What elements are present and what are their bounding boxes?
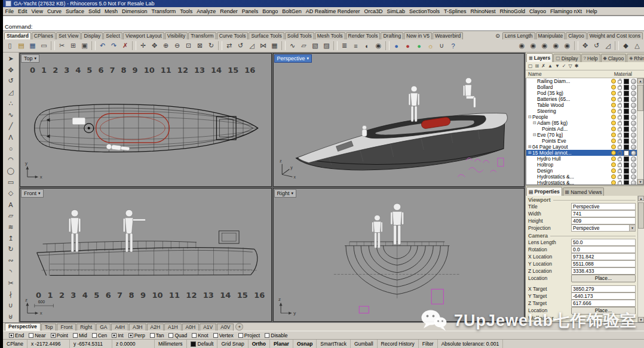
- toolbar-tab-clayoo[interactable]: Clayoo: [566, 32, 586, 39]
- checkbox-icon[interactable]: [9, 333, 14, 338]
- menu-help[interactable]: Help: [584, 8, 600, 14]
- viewport-tab-a4h[interactable]: A4H: [111, 324, 128, 331]
- zoom-window-icon[interactable]: ⊡: [183, 40, 194, 51]
- menu-transform[interactable]: Transform: [149, 8, 178, 14]
- panel-tab-layers[interactable]: ≣Layers: [526, 53, 553, 62]
- menu-boltgen[interactable]: BoltGen: [280, 8, 304, 14]
- menu-mesh[interactable]: Mesh: [102, 8, 119, 14]
- panel-tab-named-views[interactable]: ▦Named Views: [563, 187, 605, 196]
- layer-row[interactable]: Batteries (65...: [526, 96, 637, 102]
- lock-icon[interactable]: [618, 86, 622, 90]
- cut-icon[interactable]: ✂: [56, 40, 68, 51]
- material-icon[interactable]: [631, 162, 636, 168]
- menu-bongo[interactable]: Bongo: [260, 8, 280, 14]
- layer-row[interactable]: Hydrostatics &...: [526, 174, 637, 180]
- viewport-tab-perspective[interactable]: Perspective: [5, 323, 41, 331]
- surface-icon[interactable]: ▱: [4, 210, 17, 221]
- scale-icon[interactable]: ◿: [246, 40, 257, 51]
- chevron-down-icon[interactable]: ▾: [307, 56, 309, 61]
- property-value[interactable]: 5511.088: [571, 260, 636, 267]
- osnap-point[interactable]: Point: [51, 332, 68, 338]
- new-layer-icon[interactable]: ▢: [528, 63, 533, 69]
- lens-length-icon[interactable]: ◉: [516, 40, 528, 51]
- render-preview-icon[interactable]: ●: [402, 40, 413, 51]
- new-file-icon[interactable]: ▯: [4, 40, 16, 51]
- move-up-icon[interactable]: ▲: [548, 63, 553, 69]
- layer-color-swatch[interactable]: [624, 174, 629, 180]
- ellipse-icon[interactable]: ◯: [4, 165, 17, 177]
- bulb-icon[interactable]: [611, 127, 616, 131]
- bulb-icon[interactable]: [611, 97, 616, 101]
- toggle-osnap[interactable]: Osnap: [293, 340, 317, 348]
- rectangle-icon[interactable]: ▭: [4, 177, 17, 188]
- rotate-icon[interactable]: ↺: [4, 76, 17, 87]
- clayoo-icon[interactable]: ◆: [620, 40, 631, 51]
- menu-simlab[interactable]: SimLab: [385, 8, 407, 14]
- scrollbar[interactable]: ▲ ▼: [637, 196, 644, 322]
- viewport-tab-a0v[interactable]: A0V: [217, 324, 234, 331]
- checkbox-icon[interactable]: [51, 333, 56, 338]
- scrollbar-thumb[interactable]: [637, 85, 643, 111]
- toggle-ortho[interactable]: Ortho: [249, 340, 270, 348]
- property-value[interactable]: -640.173: [571, 292, 636, 300]
- curve-icon[interactable]: ∿: [287, 40, 298, 51]
- property-value[interactable]: 741: [571, 210, 636, 217]
- layer-row[interactable]: ⊞04 Page Layout: [526, 144, 637, 150]
- open-icon[interactable]: ▤: [16, 40, 27, 51]
- layer-row[interactable]: ⊟Adam (85 kg): [526, 120, 637, 126]
- viewport-tab-a2h[interactable]: A2H: [147, 324, 164, 331]
- bulb-icon[interactable]: [611, 121, 616, 125]
- toolbar-tab-weaverbird[interactable]: Weaverbird: [433, 32, 463, 39]
- extrude-icon[interactable]: ↥: [4, 233, 17, 244]
- layer-color-swatch[interactable]: [624, 115, 629, 120]
- bulb-icon[interactable]: [611, 144, 616, 149]
- curve-icon[interactable]: ∿: [4, 109, 17, 121]
- text-icon[interactable]: A: [4, 199, 17, 210]
- osnap-int[interactable]: Int: [112, 332, 123, 338]
- trim-icon[interactable]: ✂: [4, 278, 17, 289]
- polyline-icon[interactable]: Λ: [4, 132, 17, 143]
- toolbar-tab-set-view[interactable]: Set View: [56, 32, 81, 39]
- layer-row[interactable]: Bollard: [526, 84, 637, 90]
- menu-orca3d[interactable]: Orca3D: [362, 8, 385, 14]
- pointer-icon[interactable]: ➤: [4, 53, 17, 64]
- move-icon[interactable]: ✥: [4, 64, 17, 76]
- copy-icon[interactable]: ⊞: [68, 40, 79, 51]
- scrollbar-thumb[interactable]: [638, 202, 644, 229]
- dropdown-arrow-icon[interactable]: ▾: [629, 225, 635, 231]
- toolbar-tab-drafting[interactable]: Drafting: [381, 32, 403, 39]
- property-value[interactable]: 9731.842: [571, 253, 636, 260]
- lock-icon[interactable]: [618, 98, 622, 101]
- save-icon[interactable]: ▦: [27, 40, 38, 51]
- layer-color-swatch[interactable]: [624, 79, 629, 84]
- expand-icon[interactable]: ⊞: [528, 144, 532, 149]
- property-value[interactable]: 3338.433: [571, 267, 636, 275]
- material-icon[interactable]: [631, 79, 636, 84]
- layer-row[interactable]: Table Wood: [526, 102, 637, 108]
- lock-icon[interactable]: [618, 175, 622, 179]
- material-icon[interactable]: [631, 97, 636, 102]
- material-icon[interactable]: [631, 115, 636, 120]
- scrollbar[interactable]: ▲ ▼: [637, 78, 643, 184]
- layer-color-swatch[interactable]: [624, 180, 629, 186]
- layer-color-swatch[interactable]: [624, 91, 629, 96]
- toggle-smarttrack[interactable]: SmartTrack: [317, 340, 351, 348]
- chevron-down-icon[interactable]: ▾: [292, 191, 294, 196]
- viewport-title-perspective[interactable]: Perspective ▾: [274, 54, 312, 63]
- lock-icon[interactable]: [618, 164, 622, 167]
- delete-icon[interactable]: ✗: [119, 40, 131, 51]
- toolbar-tab-standard[interactable]: Standard: [4, 32, 31, 39]
- redo-icon[interactable]: ↷: [108, 40, 119, 51]
- layer-row[interactable]: Steering: [526, 108, 637, 114]
- bulb-icon[interactable]: [611, 150, 616, 155]
- material-icon[interactable]: [631, 127, 636, 132]
- bulb-icon[interactable]: [611, 174, 616, 179]
- checkbox-icon[interactable]: [128, 333, 133, 338]
- checkbox-icon[interactable]: [73, 333, 78, 338]
- layer-row[interactable]: Points Eve: [526, 138, 637, 144]
- material-icon[interactable]: [631, 109, 636, 114]
- viewport-tab-right[interactable]: Right: [76, 324, 96, 331]
- place-button[interactable]: Place...: [571, 307, 636, 315]
- expand-icon[interactable]: ⊟: [532, 121, 537, 125]
- lock-icon[interactable]: [618, 134, 622, 137]
